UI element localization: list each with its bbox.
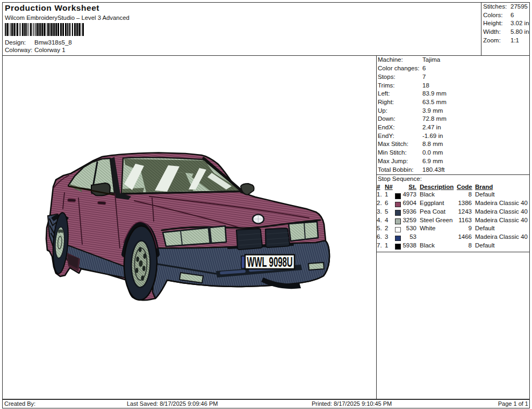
svg-text:WWL 9098U: WWL 9098U <box>247 254 293 270</box>
